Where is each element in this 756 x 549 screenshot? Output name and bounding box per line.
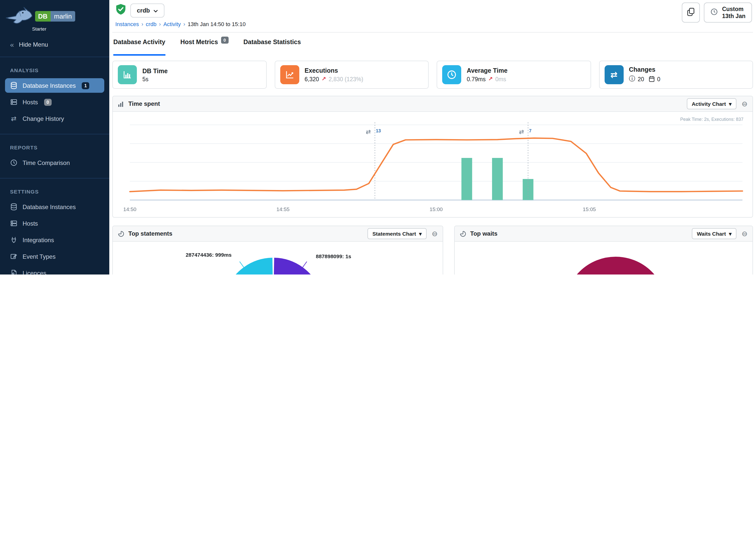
licence-document-icon [10, 269, 18, 275]
trend-up-icon: ↗ [322, 76, 326, 82]
server-icon [10, 220, 18, 227]
edition-label: Starter [32, 26, 109, 32]
kpi-changes: ⇄ Changes ⓘ 20 0 [599, 61, 753, 89]
count-badge: 1 [82, 82, 89, 89]
kpi-average-time: Average Time 0.79ms ↗ 0ms [437, 61, 591, 89]
sidebar-item-database-instances[interactable]: Database Instances 1 [5, 78, 104, 93]
time-spent-svg: ⇄13⇄714:5014:5515:0015:05 [118, 116, 748, 214]
caret-down-icon: ▾ [729, 101, 732, 107]
kpi-average-time-delta: 0ms [495, 76, 506, 82]
line-chart-icon [280, 65, 299, 84]
marlin-fish-icon [5, 5, 33, 28]
sidebar: DB marlin Starter « Hide Menu ANALYSIS D… [0, 0, 109, 275]
svg-text:15:05: 15:05 [583, 206, 596, 212]
top-waits-header: Top waits Waits Chart ▾ ⊖ [455, 226, 752, 242]
calendar-icon [649, 76, 655, 82]
sidebar-item-time-comparison[interactable]: Time Comparison [5, 155, 104, 170]
pie-chart-icon [460, 230, 466, 237]
top-statements-panel: Top statements Statements Chart ▾ ⊖ 2874… [112, 226, 443, 275]
statements-chart-select[interactable]: Statements Chart ▾ [367, 228, 427, 239]
pie-chart-icon [118, 230, 124, 237]
sidebar-item-change-history[interactable]: ⇄ Change History [5, 111, 104, 126]
section-title-reports: REPORTS [10, 144, 109, 150]
divider [0, 134, 109, 134]
instance-selector[interactable]: crdb [130, 4, 164, 18]
database-icon [10, 203, 18, 211]
kpi-db-time-value: 5s [142, 76, 148, 82]
svg-text:⇄: ⇄ [366, 128, 371, 135]
top-statements-chart[interactable]: 287474436: 999ms 887898099: 1s 184589816… [113, 242, 443, 275]
svg-text:15:00: 15:00 [430, 206, 443, 212]
event-pencil-icon [10, 253, 18, 260]
statements-donut-svg [218, 253, 328, 275]
brand-badge: DB marlin [35, 11, 75, 22]
brand-marlin: marlin [51, 11, 75, 22]
breadcrumb-separator: › [159, 21, 161, 27]
collapse-icon[interactable]: ⊖ [742, 230, 747, 237]
sidebar-item-hosts[interactable]: Hosts 0 [5, 95, 104, 109]
tab-database-activity[interactable]: Database Activity [113, 39, 165, 56]
bar-chart-icon [118, 65, 137, 84]
kpi-changes-event-count: 0 [657, 76, 660, 82]
waits-donut-svg [560, 253, 671, 275]
breadcrumb-instances[interactable]: Instances [115, 21, 139, 27]
time-range-label: Custom [722, 6, 744, 12]
clock-icon [10, 159, 18, 166]
time-spent-header: Time spent Activity Chart ▾ ⊖ [113, 96, 752, 112]
breadcrumb: Instances › crdb › Activity › 13th Jan 1… [115, 21, 246, 27]
section-title-settings: SETTINGS [10, 189, 109, 195]
tab-database-statistics[interactable]: Database Statistics [243, 39, 301, 56]
hide-menu-button[interactable]: « Hide Menu [0, 35, 109, 55]
waits-chart-select[interactable]: Waits Chart ▾ [692, 228, 736, 239]
divider [0, 178, 109, 178]
plug-icon [10, 236, 18, 244]
time-spent-panel: Time spent Activity Chart ▾ ⊖ Peak Time:… [112, 96, 753, 218]
time-spent-chart[interactable]: Peak Time: 2s, Executions: 837 ⇄13⇄714:5… [113, 112, 752, 217]
svg-text:⇄: ⇄ [519, 128, 524, 135]
breadcrumb-activity[interactable]: Activity [163, 21, 181, 27]
collapse-icon[interactable]: ⊖ [742, 100, 747, 107]
copy-link-button[interactable] [682, 3, 700, 23]
svg-text:14:55: 14:55 [276, 206, 290, 212]
tab-host-metrics[interactable]: Host Metrics 0 [180, 39, 229, 56]
time-range-button[interactable]: Custom 13th Jan [704, 3, 752, 23]
charts-row: Top statements Statements Chart ▾ ⊖ 2874… [112, 226, 753, 275]
chart-icon [118, 101, 124, 107]
swap-arrows-icon: ⇄ [10, 115, 18, 122]
section-title-analysis: ANALYSIS [10, 67, 109, 73]
time-range-date: 13th Jan [722, 13, 745, 19]
trend-up-icon: ↗ [488, 76, 493, 82]
database-icon [10, 82, 18, 89]
sidebar-item-settings-hosts[interactable]: Hosts [5, 216, 104, 231]
sidebar-item-licences[interactable]: Licences [5, 266, 104, 275]
top-waits-panel: Top waits Waits Chart ▾ ⊖ executing: 5s [454, 226, 753, 275]
collapse-icon[interactable]: ⊖ [432, 230, 437, 237]
count-badge: 0 [44, 99, 51, 106]
svg-text:7: 7 [529, 128, 532, 133]
count-badge: 0 [221, 37, 228, 44]
caret-down-icon: ▾ [729, 231, 732, 237]
activity-chart-select[interactable]: Activity Chart ▾ [687, 98, 736, 109]
sidebar-item-integrations[interactable]: Integrations [5, 233, 104, 247]
kpi-changes-info-count: 20 [638, 76, 644, 82]
logo[interactable]: DB marlin [0, 0, 109, 29]
svg-text:13: 13 [376, 128, 381, 133]
brand-db: DB [35, 11, 51, 22]
health-shield-icon [115, 4, 126, 18]
main-content: crdb Instances › crdb › Activity › 13th … [109, 0, 756, 275]
sidebar-item-settings-database-instances[interactable]: Database Instances [5, 200, 104, 214]
dbmarlin-app: DB marlin Starter « Hide Menu ANALYSIS D… [0, 0, 756, 275]
breadcrumb-crdb[interactable]: crdb [146, 21, 157, 27]
svg-text:14:50: 14:50 [123, 206, 137, 212]
chevron-down-icon [153, 7, 158, 14]
swap-arrows-icon: ⇄ [604, 65, 623, 84]
donut-label: 887898099: 1s [316, 253, 351, 259]
peak-note: Peak Time: 2s, Executions: 837 [680, 117, 743, 122]
donut-label: 287474436: 999ms [141, 252, 232, 258]
kpi-row: DB Time 5s Executions 6,320 ↗ 2,830 (123… [112, 61, 753, 89]
sidebar-item-event-types[interactable]: Event Types [5, 249, 104, 264]
kpi-executions-value: 6,320 [305, 76, 319, 82]
kpi-executions-delta: 2,830 (123%) [329, 76, 363, 82]
divider [0, 57, 109, 57]
top-waits-chart[interactable]: executing: 5s [455, 242, 752, 275]
